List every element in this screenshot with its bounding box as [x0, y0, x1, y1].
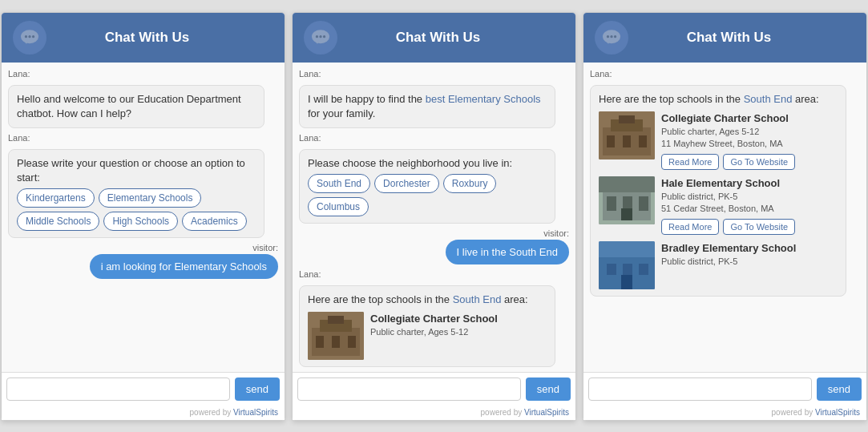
powered-by-1: powered by VirtualSpirits — [2, 406, 285, 420]
svg-rect-14 — [316, 336, 324, 348]
go-to-website-hale[interactable]: Go To Website — [723, 219, 795, 235]
svg-rect-40 — [639, 264, 648, 275]
svg-rect-13 — [328, 316, 344, 324]
chat-input-2[interactable] — [297, 377, 521, 401]
svg-rect-25 — [619, 115, 635, 123]
send-button-2[interactable]: send — [526, 377, 571, 401]
powered-by-3: powered by VirtualSpirits — [583, 406, 866, 420]
svg-point-19 — [607, 35, 609, 38]
visitor-label-2: visitor: — [543, 228, 569, 238]
visitor-bubble-1: i am looking for Elementary Schools — [90, 254, 278, 279]
school-address-hale: 51 Cedar Street, Boston, MA — [661, 203, 838, 215]
option-middle[interactable]: Middle Schools — [17, 212, 99, 231]
chat-messages-1: Lana: Hello and welcome to our Education… — [2, 63, 285, 372]
svg-rect-31 — [599, 176, 655, 192]
option-elementary[interactable]: Elementary Schools — [99, 188, 202, 208]
chat-input-1[interactable] — [6, 377, 230, 401]
chat-input-area-1: send — [2, 372, 285, 406]
visitor-row-1: visitor: i am looking for Elementary Sch… — [8, 243, 278, 279]
option-kindergartens[interactable]: Kindergartens — [17, 188, 95, 208]
chat-widget-1: Chat With Us Lana: Hello and welcome to … — [1, 12, 285, 421]
svg-rect-39 — [623, 264, 632, 275]
chat-header-1: Chat With Us — [2, 13, 285, 63]
chat-icon-2 — [304, 21, 337, 55]
school-img-bradley — [599, 241, 655, 289]
options-row-2: South End Dorchester Roxbury Columbus — [308, 174, 547, 216]
school-name-preview: Collegiate Charter School — [370, 312, 547, 326]
chat-title-1: Chat With Us — [55, 30, 240, 46]
powered-by-2: powered by VirtualSpirits — [293, 406, 575, 420]
school-card-collegiate: Collegiate Charter School Public charter… — [599, 111, 838, 170]
bot-sender-label-3: Lana: — [299, 69, 569, 79]
option-columbus[interactable]: Columbus — [308, 197, 369, 216]
chat-header-3: Chat With Us — [583, 13, 866, 63]
speech-bubble-icon — [19, 27, 40, 48]
school-address-collegiate: 11 Mayhew Street, Boston, MA — [661, 138, 838, 150]
svg-point-3 — [28, 35, 30, 38]
option-dorchester[interactable]: Dorchester — [374, 174, 439, 193]
bot-bubble-5: Here are the top schools in the South En… — [299, 285, 555, 367]
school-name-collegiate: Collegiate Charter School — [661, 111, 838, 126]
school-name-bradley: Bradley Elementary School — [661, 241, 838, 256]
svg-point-9 — [323, 35, 325, 38]
school-name-hale: Hale Elementary School — [661, 176, 838, 191]
speech-bubble-icon-2 — [310, 27, 331, 48]
chat-input-3[interactable] — [588, 377, 812, 401]
read-more-collegiate[interactable]: Read More — [661, 154, 719, 170]
chat-input-area-2: send — [293, 372, 575, 406]
send-button-3[interactable]: send — [817, 377, 862, 401]
school-info-preview: Collegiate Charter School Public charter… — [370, 312, 547, 339]
svg-rect-26 — [607, 135, 615, 147]
chat-input-area-3: send — [583, 372, 866, 406]
svg-rect-28 — [639, 135, 647, 147]
school-card-bradley: Bradley Elementary School Public distric… — [599, 241, 838, 289]
svg-rect-35 — [621, 208, 632, 220]
bot-bubble-4: Please choose the neighborhood you live … — [299, 149, 555, 224]
svg-rect-27 — [623, 135, 631, 147]
bot-bubble-1: Hello and welcome to our Education Depar… — [8, 85, 264, 128]
go-to-website-collegiate[interactable]: Go To Website — [723, 154, 795, 170]
svg-rect-16 — [348, 336, 356, 348]
bot-bubble-3: I will be happy to find the best Element… — [299, 85, 555, 128]
chat-header-2: Chat With Us — [293, 13, 575, 63]
bot-sender-label-2: Lana: — [8, 133, 278, 143]
option-roxbury[interactable]: Roxbury — [443, 174, 497, 193]
school-info-hale: Hale Elementary School Public district, … — [661, 176, 838, 235]
visitor-row-2: visitor: I live in the South End — [299, 228, 569, 264]
school-info-bradley: Bradley Elementary School Public distric… — [661, 241, 838, 268]
chat-widget-2: Chat With Us Lana: I will be happy to fi… — [292, 12, 576, 421]
bot-bubble-2: Please write your question or choose an … — [8, 149, 264, 238]
school-btns-hale: Read More Go To Website — [661, 219, 838, 235]
bot-bubble-6: Here are the top schools in the South En… — [590, 85, 846, 297]
bot-sender-label-4: Lana: — [299, 133, 569, 143]
svg-rect-15 — [332, 336, 340, 348]
chat-widget-3: Chat With Us Lana: Here are the top scho… — [583, 12, 867, 421]
school-type-preview: Public charter, Ages 5-12 — [370, 326, 547, 338]
option-south-end[interactable]: South End — [308, 174, 370, 193]
school-type-bradley: Public district, PK-5 — [661, 256, 838, 268]
send-button-1[interactable]: send — [235, 377, 280, 401]
bot-sender-label-1: Lana: — [8, 69, 278, 79]
chat-messages-2: Lana: I will be happy to find the best E… — [293, 63, 575, 372]
svg-point-8 — [319, 35, 321, 38]
chat-title-2: Chat With Us — [345, 30, 531, 46]
chat-messages-3: Lana: Here are the top schools in the So… — [583, 63, 866, 372]
bot-sender-label-6: Lana: — [590, 69, 860, 79]
school-img-collegiate — [599, 111, 655, 159]
svg-rect-34 — [639, 196, 648, 211]
svg-point-21 — [614, 35, 616, 38]
speech-bubble-icon-3 — [601, 27, 622, 48]
option-high[interactable]: High Schools — [103, 212, 178, 231]
chat-title-3: Chat With Us — [636, 30, 822, 46]
school-preview: Collegiate Charter School Public charter… — [308, 312, 547, 360]
svg-rect-41 — [621, 275, 632, 289]
visitor-label-1: visitor: — [252, 243, 278, 252]
chat-container: Chat With Us Lana: Hello and welcome to … — [0, 2, 868, 430]
visitor-bubble-2: I live in the South End — [446, 240, 569, 264]
chat-icon-3 — [595, 21, 628, 55]
read-more-hale[interactable]: Read More — [661, 219, 719, 235]
bot-sender-label-5: Lana: — [299, 269, 569, 279]
chat-icon-1 — [13, 21, 46, 55]
option-academics[interactable]: Academics — [182, 212, 247, 231]
svg-rect-32 — [607, 196, 616, 211]
